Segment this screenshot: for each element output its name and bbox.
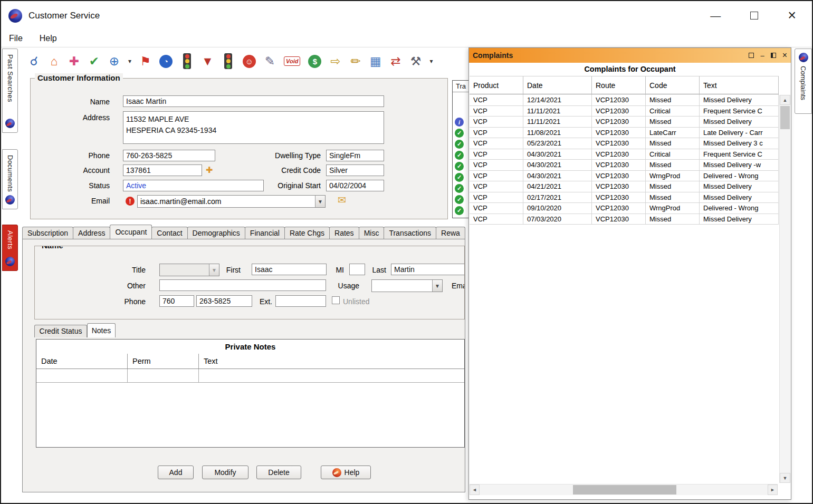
complaint-row[interactable]: VCP04/30/2021VCP12030WrngProdDelivered -… <box>470 171 779 182</box>
tasks-clipboard-icon[interactable]: ✔ <box>87 53 102 70</box>
ext-field[interactable] <box>275 295 326 307</box>
help-button[interactable]: Help <box>321 466 371 479</box>
email-envelope-icon[interactable]: ✉ <box>338 194 346 206</box>
tab-occupant[interactable]: Occupant <box>110 225 152 239</box>
scroll-down-button[interactable]: ▼ <box>780 473 790 483</box>
column-header-code[interactable]: Code <box>646 76 700 95</box>
horizontal-scroll-thumb[interactable] <box>573 485 676 495</box>
maximize-button[interactable] <box>750 12 758 20</box>
email-combo[interactable]: isaac.martin@email.com ▼ <box>137 195 326 208</box>
add-button[interactable]: Add <box>158 466 194 479</box>
sidebar-tab-complaints[interactable]: Complaints <box>795 49 812 114</box>
complaint-smiley-icon[interactable]: ☺ <box>243 55 256 68</box>
traffic-light-2-icon[interactable] <box>224 53 232 69</box>
tab-address[interactable]: Address <box>73 227 110 239</box>
menu-file[interactable]: File <box>9 34 23 43</box>
delete-button[interactable]: Delete <box>256 466 301 479</box>
phone-area-field[interactable]: 760 <box>159 295 194 307</box>
close-icon[interactable]: × <box>782 51 787 60</box>
column-header-perm[interactable]: Perm <box>128 354 199 369</box>
red-flag-book-icon[interactable]: ▼ <box>200 53 215 70</box>
scroll-right-button[interactable]: ► <box>768 484 778 495</box>
first-name-field[interactable]: Isaac <box>252 264 327 275</box>
sidebar-tab-alerts[interactable]: Alerts <box>2 225 18 271</box>
column-header-date[interactable]: Date <box>36 354 128 369</box>
usage-select[interactable]: ▼ <box>371 279 443 292</box>
column-header-text[interactable]: Text <box>199 354 464 369</box>
home-delivery-icon[interactable]: ⌂ <box>46 53 62 70</box>
name-field[interactable]: Isaac Martin <box>123 95 384 107</box>
account-puzzle-icon[interactable]: ✚ <box>206 165 213 175</box>
tab-demographics[interactable]: Demographics <box>187 227 245 239</box>
delivery-truck-icon[interactable]: ⇨ <box>328 53 343 70</box>
complaint-row[interactable]: VCP04/21/2021VCP12030MissedMissed Delive… <box>470 181 779 192</box>
add-customer-icon[interactable]: ✚ <box>66 53 82 70</box>
complaint-row[interactable]: VCP04/30/2021VCP12030CriticalFrequent Se… <box>470 149 779 160</box>
tab-misc[interactable]: Misc <box>359 227 385 239</box>
record-search-icon[interactable]: ☌ <box>26 53 42 70</box>
tools-icon[interactable]: ⚒ <box>408 53 423 70</box>
status-field[interactable]: Active <box>123 180 264 191</box>
unlisted-checkbox[interactable] <box>332 296 340 304</box>
last-name-field[interactable]: Martin <box>391 264 465 275</box>
tab-credit-status[interactable]: Credit Status <box>34 325 87 337</box>
address-field[interactable]: 11532 MAPLE AVE HESPERIA CA 92345-1934 <box>123 111 384 144</box>
dwelling-type-field[interactable]: SingleFm <box>326 150 384 161</box>
rate-grid-icon[interactable]: ▦ <box>368 53 383 70</box>
tab-rewa[interactable]: Rewa <box>436 227 465 239</box>
private-notes-empty-row[interactable] <box>36 369 464 383</box>
complaint-row[interactable]: VCP04/30/2021VCP12030MissedMissed Delive… <box>470 160 779 171</box>
minimize-button[interactable]: — <box>710 11 721 21</box>
notepad-icon[interactable]: ✏ <box>348 53 363 70</box>
vertical-scroll-thumb[interactable] <box>780 106 790 129</box>
tab-rates[interactable]: Rates <box>329 227 359 239</box>
tab-notes[interactable]: Notes <box>87 323 116 337</box>
close-button[interactable]: × <box>788 8 796 23</box>
write-letter-icon[interactable]: ✎ <box>262 53 278 70</box>
scroll-left-button[interactable]: ◄ <box>470 484 480 495</box>
globe-icon[interactable]: ⊕ <box>107 53 122 70</box>
column-header-route[interactable]: Route <box>592 76 646 95</box>
phone-field[interactable]: 760-263-5825 <box>123 150 215 161</box>
mi-field[interactable] <box>349 264 365 275</box>
column-header-text[interactable]: Text <box>700 76 779 95</box>
title-select[interactable]: ▼ <box>159 264 219 276</box>
complaint-row[interactable]: VCP11/08/2021VCP12030LateCarrLate Delive… <box>470 128 779 139</box>
tab-rate-chgs[interactable]: Rate Chgs <box>284 227 330 239</box>
complaint-row[interactable]: VCP12/14/2021VCP12030MissedMissed Delive… <box>470 95 779 106</box>
vertical-scrollbar[interactable]: ▲ ▼ <box>779 95 790 483</box>
horizontal-scrollbar[interactable]: ◄ ► <box>470 484 778 495</box>
globe-dropdown-caret[interactable]: ▾ <box>127 57 133 65</box>
chevron-down-icon[interactable]: ▼ <box>209 264 219 276</box>
dock-pin-button[interactable] <box>771 53 776 58</box>
sidebar-tab-documents[interactable]: Documents <box>2 149 18 209</box>
transfer-arrows-icon[interactable]: ⇄ <box>388 53 403 70</box>
complaint-row[interactable]: VCP02/17/2021VCP12030MissedMissed Delive… <box>470 192 779 203</box>
sidebar-tab-past-searches[interactable]: Past Searches <box>2 49 18 133</box>
tab-contact[interactable]: Contact <box>151 227 187 239</box>
float-button[interactable] <box>749 53 754 58</box>
other-field[interactable] <box>159 279 326 291</box>
chevron-down-icon[interactable]: ▼ <box>432 280 442 292</box>
traffic-light-icon[interactable] <box>183 53 191 69</box>
credit-code-field[interactable]: Silver <box>326 164 384 176</box>
tab-financial[interactable]: Financial <box>245 227 285 239</box>
tab-transactions[interactable]: Transactions <box>384 227 436 239</box>
complaints-title-bar[interactable]: Complaints – × <box>469 48 791 63</box>
tools-dropdown-caret[interactable]: ▾ <box>428 57 434 65</box>
chevron-down-icon[interactable]: ▼ <box>315 196 325 207</box>
void-stamp-icon[interactable]: Void <box>284 56 300 66</box>
flag-folder-icon[interactable]: ⚑ <box>138 53 153 70</box>
complaint-row[interactable]: VCP11/11/2021VCP12030CriticalFrequent Se… <box>470 106 779 117</box>
complaint-row[interactable]: VCP09/10/2020VCP12030WrngProdDelivered -… <box>470 203 779 214</box>
minimize-button[interactable]: – <box>760 52 764 59</box>
modify-button[interactable]: Modify <box>202 466 248 479</box>
payments-coins-icon[interactable]: $ <box>308 55 321 68</box>
column-header-product[interactable]: Product <box>470 76 523 95</box>
complaint-row[interactable]: VCP11/11/2021VCP12030MissedMissed Delive… <box>470 117 779 128</box>
column-header-date[interactable]: Date <box>523 76 592 95</box>
complaint-row[interactable]: VCP07/03/2020VCP12030MissedMissed Delive… <box>470 214 779 225</box>
menu-help[interactable]: Help <box>40 34 57 43</box>
clock-icon[interactable]: ◔ <box>159 55 173 68</box>
tab-subscription[interactable]: Subscription <box>22 227 73 239</box>
